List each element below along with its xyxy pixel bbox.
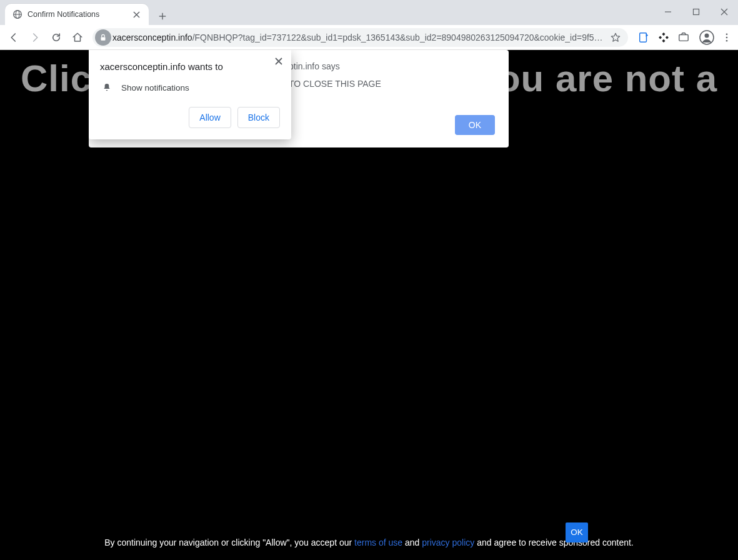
- svg-point-19: [705, 33, 709, 38]
- profile-avatar-button[interactable]: [698, 29, 716, 46]
- consent-text-mid: and: [402, 538, 422, 548]
- back-button[interactable]: [4, 28, 24, 48]
- svg-point-21: [726, 36, 728, 38]
- svg-rect-11: [101, 37, 106, 40]
- extension-icon-3[interactable]: [677, 31, 691, 44]
- consent-bar: By continuing your navigation or clickin…: [0, 530, 738, 560]
- alert-origin-visible: ptin.info says: [289, 61, 495, 71]
- svg-rect-12: [640, 32, 647, 41]
- svg-rect-1: [693, 9, 699, 15]
- minimize-button[interactable]: [654, 0, 682, 24]
- browser-menu-button[interactable]: [719, 28, 734, 48]
- notification-origin-text: xacersconceptin.info wants to: [100, 61, 280, 72]
- privacy-policy-link[interactable]: privacy policy: [422, 538, 474, 548]
- extension-icon-2[interactable]: [657, 31, 671, 44]
- bell-icon: [101, 82, 112, 93]
- consent-ok-button[interactable]: OK: [566, 522, 588, 542]
- notification-permission-row: Show notifications: [101, 82, 280, 93]
- consent-text-suffix: and agree to receive sponsored content.: [474, 538, 634, 548]
- alert-ok-button[interactable]: OK: [455, 115, 495, 135]
- svg-rect-14: [662, 39, 665, 42]
- address-bar[interactable]: xacersconceptin.info/FQNBHQP?tag_id=7371…: [92, 28, 628, 47]
- tab-close-button[interactable]: [131, 9, 141, 19]
- extension-icons: [633, 31, 694, 44]
- svg-rect-17: [679, 34, 688, 41]
- notification-permission-label: Show notifications: [121, 83, 189, 92]
- tab-title: Confirm Notifications: [27, 10, 131, 19]
- bookmark-star-button[interactable]: [609, 32, 622, 43]
- home-button[interactable]: [67, 28, 87, 48]
- window-controls: [654, 0, 738, 24]
- alert-message: TO CLOSE THIS PAGE: [289, 79, 495, 89]
- notification-permission-popup: xacersconceptin.info wants to Show notif…: [89, 50, 291, 139]
- notification-close-button[interactable]: [272, 55, 285, 68]
- toolbar: xacersconceptin.info/FQNBHQP?tag_id=7371…: [0, 25, 738, 50]
- browser-tab[interactable]: Confirm Notifications: [5, 4, 149, 25]
- forward-button[interactable]: [25, 28, 45, 48]
- page-content: Click "Allow" to confirm you are not a r…: [0, 50, 738, 560]
- reload-button[interactable]: [46, 28, 66, 48]
- consent-text-prefix: By continuing your navigation or clickin…: [104, 538, 354, 548]
- close-window-button[interactable]: [710, 0, 738, 24]
- svg-point-20: [726, 33, 728, 35]
- extension-icon-1[interactable]: [637, 31, 651, 44]
- svg-rect-16: [666, 36, 669, 39]
- notification-allow-button[interactable]: Allow: [189, 107, 231, 128]
- maximize-button[interactable]: [682, 0, 710, 24]
- site-info-button[interactable]: [95, 29, 111, 46]
- globe-icon: [12, 9, 22, 19]
- svg-rect-13: [662, 32, 665, 36]
- svg-rect-15: [659, 36, 662, 39]
- terms-of-use-link[interactable]: terms of use: [354, 538, 402, 548]
- new-tab-button[interactable]: [154, 8, 171, 25]
- notification-block-button[interactable]: Block: [237, 107, 280, 128]
- url-text: xacersconceptin.info/FQNBHQP?tag_id=7371…: [112, 32, 606, 42]
- svg-point-22: [726, 39, 728, 41]
- tab-strip: Confirm Notifications: [0, 0, 738, 25]
